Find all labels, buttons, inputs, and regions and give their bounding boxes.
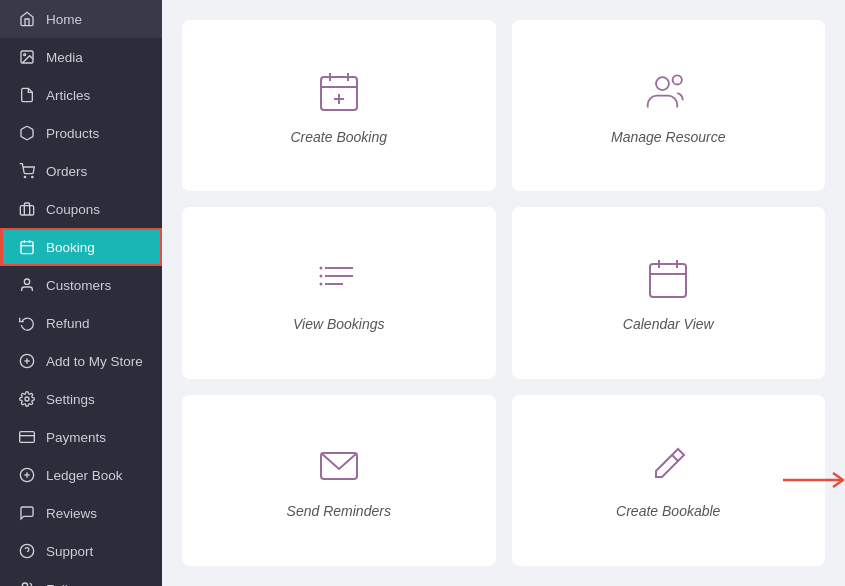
sidebar-label-media: Media [46, 50, 83, 65]
card-create-bookable[interactable]: Create Bookable [512, 395, 826, 566]
svg-rect-5 [21, 242, 33, 254]
svg-point-32 [673, 75, 682, 84]
customers-icon [18, 276, 36, 294]
sidebar-label-support: Support [46, 544, 93, 559]
sidebar-item-articles[interactable]: Articles [0, 76, 162, 114]
card-label-manage-resource: Manage Resource [611, 129, 725, 145]
svg-point-1 [24, 54, 26, 56]
card-label-view-bookings: View Bookings [293, 316, 385, 332]
sidebar-label-home: Home [46, 12, 82, 27]
card-label-create-bookable: Create Bookable [616, 503, 720, 519]
sidebar: Home Media Articles Products Orders Coup… [0, 0, 162, 586]
svg-point-3 [32, 176, 33, 177]
card-label-send-reminders: Send Reminders [287, 503, 391, 519]
sidebar-label-reviews: Reviews [46, 506, 97, 521]
media-icon [18, 48, 36, 66]
main-content: Create Booking Manage Resource [162, 0, 845, 586]
sidebar-item-coupons[interactable]: Coupons [0, 190, 162, 228]
calendar-icon [644, 254, 692, 302]
add-store-icon [18, 352, 36, 370]
sidebar-item-support[interactable]: Support [0, 532, 162, 570]
card-label-create-booking: Create Booking [290, 129, 387, 145]
sidebar-label-followers: Followers [46, 582, 104, 587]
sidebar-item-home[interactable]: Home [0, 0, 162, 38]
sidebar-item-settings[interactable]: Settings [0, 380, 162, 418]
sidebar-label-settings: Settings [46, 392, 95, 407]
sidebar-item-reviews[interactable]: Reviews [0, 494, 162, 532]
ledger-icon [18, 466, 36, 484]
support-icon [18, 542, 36, 560]
sidebar-item-refund[interactable]: Refund [0, 304, 162, 342]
sidebar-item-products[interactable]: Products [0, 114, 162, 152]
sidebar-item-media[interactable]: Media [0, 38, 162, 76]
svg-rect-14 [20, 432, 35, 443]
envelope-icon [315, 441, 363, 489]
sidebar-label-coupons: Coupons [46, 202, 100, 217]
people-icon [644, 67, 692, 115]
list-icon [315, 254, 363, 302]
card-manage-resource[interactable]: Manage Resource [512, 20, 826, 191]
svg-point-13 [25, 397, 29, 401]
card-create-booking[interactable]: Create Booking [182, 20, 496, 191]
card-label-calendar-view: Calendar View [623, 316, 714, 332]
sidebar-label-ledger-book: Ledger Book [46, 468, 123, 483]
edit-icon [644, 441, 692, 489]
sidebar-item-ledger-book[interactable]: Ledger Book [0, 456, 162, 494]
svg-rect-39 [650, 264, 686, 297]
home-icon [18, 10, 36, 28]
payments-icon [18, 428, 36, 446]
products-icon [18, 124, 36, 142]
sidebar-item-payments[interactable]: Payments [0, 418, 162, 456]
sidebar-item-add-to-my-store[interactable]: Add to My Store [0, 342, 162, 380]
svg-rect-4 [20, 206, 33, 215]
sidebar-label-products: Products [46, 126, 99, 141]
svg-line-44 [672, 455, 678, 461]
sidebar-label-orders: Orders [46, 164, 87, 179]
refund-icon [18, 314, 36, 332]
sidebar-item-booking[interactable]: Booking [0, 228, 162, 266]
cards-grid: Create Booking Manage Resource [182, 20, 825, 566]
sidebar-item-orders[interactable]: Orders [0, 152, 162, 190]
svg-point-31 [656, 77, 669, 90]
sidebar-label-articles: Articles [46, 88, 90, 103]
sidebar-label-add-to-my-store: Add to My Store [46, 354, 143, 369]
svg-rect-25 [321, 77, 357, 110]
svg-point-9 [24, 279, 29, 284]
settings-icon [18, 390, 36, 408]
card-calendar-view[interactable]: Calendar View [512, 207, 826, 378]
sidebar-item-customers[interactable]: Customers [0, 266, 162, 304]
sidebar-label-customers: Customers [46, 278, 111, 293]
svg-point-2 [24, 176, 25, 177]
sidebar-item-followers[interactable]: Followers [0, 570, 162, 586]
orders-icon [18, 162, 36, 180]
calendar-plus-icon [315, 67, 363, 115]
booking-icon [18, 238, 36, 256]
articles-icon [18, 86, 36, 104]
card-send-reminders[interactable]: Send Reminders [182, 395, 496, 566]
card-view-bookings[interactable]: View Bookings [182, 207, 496, 378]
coupons-icon [18, 200, 36, 218]
sidebar-label-payments: Payments [46, 430, 106, 445]
arrow-indicator [783, 468, 845, 492]
reviews-icon [18, 504, 36, 522]
sidebar-label-refund: Refund [46, 316, 90, 331]
sidebar-label-booking: Booking [46, 240, 95, 255]
followers-icon [18, 580, 36, 586]
